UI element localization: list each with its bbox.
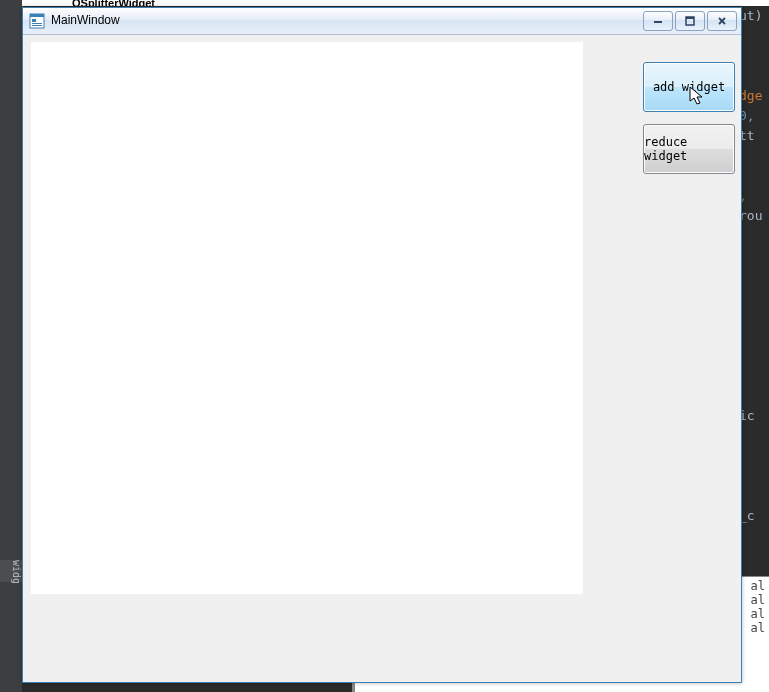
svg-rect-7 xyxy=(686,17,694,19)
app-icon xyxy=(29,13,45,29)
titlebar[interactable]: MainWindow xyxy=(23,8,741,35)
client-area: add widget reduce widget xyxy=(31,42,733,674)
main-window: MainWindow add widget reduce widget xyxy=(22,7,742,683)
maximize-button[interactable] xyxy=(675,11,705,31)
svg-rect-5 xyxy=(654,21,662,23)
svg-rect-3 xyxy=(32,23,42,24)
svg-rect-4 xyxy=(32,25,42,26)
ide-left-tab: widg xyxy=(0,560,22,582)
add-widget-button[interactable]: add widget xyxy=(643,62,735,112)
svg-rect-1 xyxy=(30,14,44,17)
window-title: MainWindow xyxy=(51,13,120,27)
close-button[interactable] xyxy=(707,11,737,31)
canvas-area xyxy=(31,42,583,594)
minimize-button[interactable] xyxy=(643,11,673,31)
ide-top-fragment: QSplitterWidget xyxy=(22,0,769,6)
ide-left-gutter xyxy=(0,0,23,555)
reduce-widget-button[interactable]: reduce widget xyxy=(643,124,735,174)
svg-rect-2 xyxy=(32,19,36,22)
